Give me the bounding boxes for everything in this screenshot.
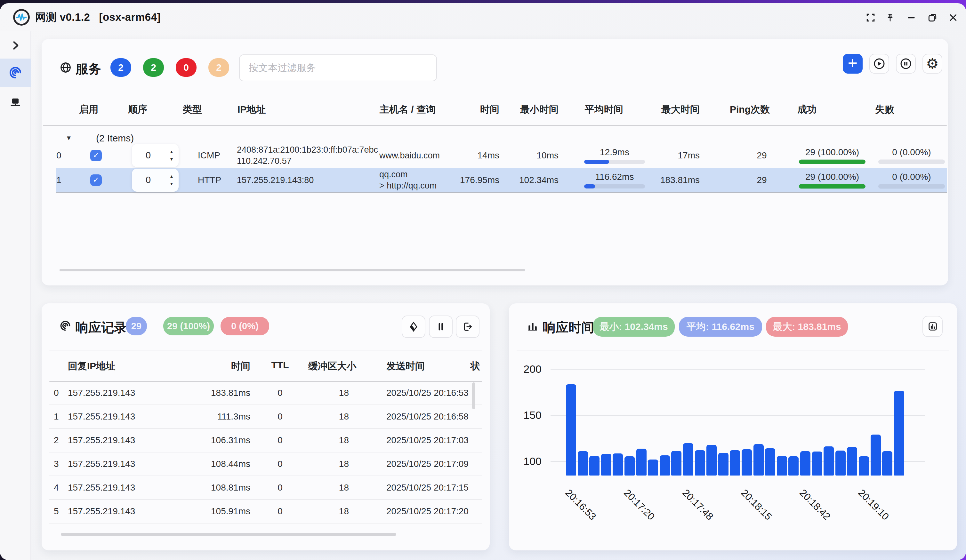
chart-min-badge: 最小: 102.34ms: [593, 317, 675, 337]
eraser-icon: [408, 321, 419, 332]
x-axis-tick-label: 20:18:15: [739, 487, 774, 522]
record-row[interactable]: 0 157.255.219.143 183.81ms 0 18 2025/10/…: [49, 381, 482, 405]
record-row[interactable]: 2 157.255.219.143 106.31ms 0 18 2025/10/…: [49, 429, 482, 452]
export-records-button[interactable]: [456, 315, 480, 338]
y-axis-tick-label: 150: [509, 409, 542, 422]
record-row[interactable]: 1 157.255.219.143 111.3ms 0 18 2025/10/2…: [49, 405, 482, 429]
chart-type-toggle-button[interactable]: [922, 316, 943, 337]
service-ping-count: 29: [736, 150, 787, 161]
sidebar-item-network[interactable]: [0, 89, 31, 117]
record-ttl: 0: [263, 388, 298, 398]
record-buffer-size: 18: [317, 388, 349, 398]
pause-records-button[interactable]: [429, 315, 453, 338]
group-collapse-triangle[interactable]: ▼: [66, 135, 72, 142]
records-header-divider: [49, 350, 482, 350]
x-axis-tick-label: 20:17:48: [680, 487, 716, 522]
close-button[interactable]: [944, 8, 963, 27]
success-progress-fill: [799, 159, 866, 164]
rec-col-buffer: 缓冲区大小: [308, 360, 356, 373]
service-avg-time: 12.9ms: [600, 147, 629, 157]
record-time: 108.81ms: [186, 483, 250, 493]
chart-bar: [613, 453, 623, 476]
restore-button[interactable]: [923, 8, 942, 27]
records-horizontal-scrollbar[interactable]: [61, 533, 396, 536]
chart-bar: [859, 457, 869, 476]
check-icon: ✓: [93, 176, 99, 184]
col-header-enabled: 启用: [79, 103, 98, 116]
ping-icon: [9, 66, 22, 79]
record-row[interactable]: 5 157.255.219.143 105.91ms 0 18 2025/10/…: [49, 500, 482, 524]
service-fail-cell: 0 (0.00%): [878, 147, 945, 164]
record-index: 0: [54, 388, 67, 398]
order-spinner[interactable]: 0 ▲ ▼: [132, 169, 179, 192]
order-value: 0: [132, 175, 164, 185]
chart-bar: [660, 455, 670, 476]
spin-down-icon[interactable]: ▼: [169, 157, 174, 161]
service-type: ICMP: [198, 150, 236, 161]
col-header-fail: 失败: [875, 103, 894, 116]
y-axis-tick-label: 100: [509, 455, 542, 468]
record-row[interactable]: 3 157.255.219.143 108.44ms 0 18 2025/10/…: [49, 452, 482, 476]
network-computer-icon: [9, 97, 22, 110]
service-success-value: 29 (100.00%): [805, 171, 859, 181]
clear-records-button[interactable]: [402, 315, 426, 338]
success-progress-track: [799, 159, 866, 164]
fullscreen-button[interactable]: [861, 8, 880, 27]
chart-bar: [706, 445, 717, 476]
rec-col-time: 时间: [186, 360, 250, 373]
record-reply-ip: 157.255.219.143: [68, 412, 174, 422]
records-vertical-scrollbar[interactable]: [472, 383, 475, 409]
services-panel: 服务 2 2 0 2 + ⚙ 启用 顺序 类型 IP地址 主机名 / 查询 时间…: [42, 39, 948, 286]
order-spinner[interactable]: 0 ▲ ▼: [132, 144, 179, 167]
avg-progress-fill: [584, 160, 609, 164]
record-index: 5: [54, 506, 67, 516]
record-index: 2: [54, 435, 67, 445]
minimize-icon: [906, 13, 917, 23]
spin-up-icon[interactable]: ▲: [169, 149, 174, 154]
sidebar-item-ping[interactable]: [0, 59, 31, 87]
record-sent-time: 2025/10/25 20:16:58: [386, 412, 479, 422]
chart-bar: [789, 457, 798, 476]
record-time: 183.81ms: [186, 388, 250, 398]
sidebar-expand-button[interactable]: [0, 31, 31, 59]
enabled-checkbox[interactable]: ✓: [90, 174, 102, 186]
col-header-success: 成功: [797, 103, 816, 116]
services-horizontal-scrollbar[interactable]: [59, 269, 525, 271]
service-min-time: 102.34ms: [501, 175, 559, 185]
chart-bar: [800, 451, 810, 476]
service-filter-input[interactable]: [239, 54, 437, 81]
col-header-count: Ping次数: [730, 103, 770, 116]
chart-bar: [683, 443, 693, 476]
chart-max-badge: 最大: 183.81ms: [766, 317, 848, 337]
success-progress-fill: [799, 184, 866, 189]
pause-all-button[interactable]: [896, 54, 916, 74]
pin-button[interactable]: [881, 8, 899, 27]
record-reply-ip: 157.255.219.143: [68, 483, 174, 493]
spin-up-icon[interactable]: ▲: [169, 174, 174, 179]
settings-button[interactable]: ⚙: [922, 54, 942, 74]
enabled-checkbox[interactable]: ✓: [90, 150, 102, 161]
record-index: 1: [54, 412, 67, 422]
minimize-button[interactable]: [902, 8, 920, 27]
start-all-button[interactable]: [869, 54, 889, 74]
chart-bar: [871, 435, 881, 476]
success-progress-track: [799, 184, 866, 189]
chart-bar: [754, 444, 764, 476]
export-icon: [462, 321, 473, 332]
service-max-time: 183.81ms: [642, 175, 700, 185]
chart-bar: [718, 453, 728, 476]
services-total-badge: 2: [110, 58, 131, 77]
add-service-button[interactable]: +: [843, 54, 863, 74]
service-ip: 157.255.219.143:80: [237, 174, 378, 186]
chart-bar: [601, 454, 611, 476]
service-row[interactable]: 1 ✓ 0 ▲ ▼ HTTP 157.255.219.143:80 qq.com…: [56, 168, 947, 192]
service-enabled-cell: ✓: [86, 174, 106, 186]
spin-down-icon[interactable]: ▼: [169, 181, 174, 186]
record-index: 4: [54, 483, 67, 493]
service-row[interactable]: 0 ✓ 0 ▲ ▼ ICMP 2408:871a:2100:1b23:0:ff:…: [56, 143, 947, 168]
record-time: 105.91ms: [186, 506, 250, 516]
record-row[interactable]: 4 157.255.219.143 108.81ms 0 18 2025/10/…: [49, 476, 482, 500]
record-buffer-size: 18: [317, 412, 349, 422]
col-header-avg: 平均时间: [572, 103, 636, 116]
record-ttl: 0: [263, 459, 298, 469]
